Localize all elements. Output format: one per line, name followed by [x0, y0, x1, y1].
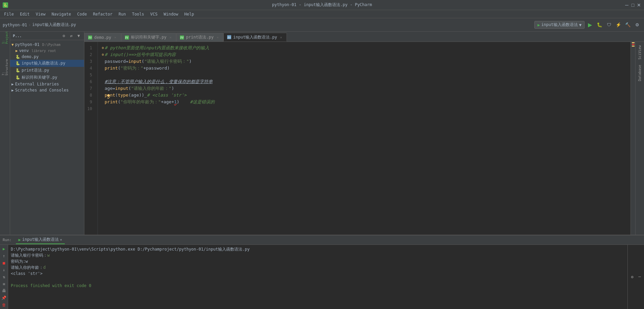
run-tab-close[interactable]: ✕	[60, 238, 62, 241]
sidebar-project-icon[interactable]: 1: Project	[1, 33, 9, 42]
gutter-6	[102, 78, 105, 85]
gutter-9	[102, 99, 105, 105]
folder-icon: ▼	[11, 43, 14, 47]
toolbar-left: pythyon-01 › input输入函数语法.py	[3, 22, 76, 28]
debug-button[interactable]: 🐛	[595, 21, 603, 29]
menu-help[interactable]: Help	[182, 11, 197, 17]
code-under-8: _	[144, 92, 147, 99]
tab-print[interactable]: py print语法.py ✕	[176, 33, 223, 42]
database-panel-icon[interactable]: Database	[637, 63, 642, 83]
code-line-6: #注意：不管用户输入的是什么，变量保存的都是字符串	[102, 78, 626, 85]
run-stop-button[interactable]: ■	[1, 260, 7, 266]
menu-view[interactable]: View	[33, 11, 48, 17]
menu-file[interactable]: File	[1, 11, 17, 17]
tree-item-identifier[interactable]: 🐍 标识符和关键字.py	[10, 74, 84, 81]
sidebar-structure-icon[interactable]: 7: Structure	[1, 63, 9, 72]
close-button[interactable]: ✕	[637, 3, 641, 7]
tab-identifier[interactable]: py 标识符和关键字.py ✕	[121, 33, 177, 42]
code-paren-9: (	[118, 99, 120, 105]
tree-label-scratches: Scratches and Consoles	[15, 88, 69, 93]
project-panel-sync[interactable]: ⇄	[69, 33, 74, 38]
tree-item-project[interactable]: ▼ pythyon-01 D:\Pycham	[10, 42, 84, 48]
tree-badge-venv: library root	[32, 49, 56, 53]
menu-refactor[interactable]: Refactor	[90, 11, 115, 17]
build-button[interactable]: 🔨	[624, 21, 632, 29]
run-configuration[interactable]: ▶ input输入函数语法 ▼	[534, 21, 585, 29]
run-pin-button[interactable]: 📌	[1, 295, 7, 301]
bottom-panel: Run: ▶ input输入函数语法 ✕ ▶ ↑ ■ ↓ ⇅ ≡ 🖶 📌 🗑	[0, 235, 644, 309]
line-numbers: 1 2 3 4 5 6 7 8 9 10	[84, 42, 98, 235]
tree-item-external-libs[interactable]: ▶ External Libraries	[10, 81, 84, 87]
sciview-panel-icon[interactable]: SciView	[637, 43, 642, 61]
tab-close-print[interactable]: ✕	[216, 35, 220, 40]
line-num-10: 10	[84, 105, 95, 112]
bottom-tab-run[interactable]: ▶ input输入函数语法 ✕	[16, 236, 65, 244]
output-line-2: 请输入银行卡密码：w	[11, 252, 625, 258]
menu-navigate[interactable]: Navigate	[49, 11, 74, 17]
menu-window[interactable]: Window	[161, 11, 181, 17]
coverage-button[interactable]: 🛡	[605, 21, 613, 29]
tree-label-input: input输入函数语法.py	[22, 60, 65, 66]
project-panel-settings[interactable]: ⚙	[61, 33, 66, 38]
code-var-password-4: password	[146, 65, 167, 72]
menu-edit[interactable]: Edit	[17, 11, 32, 17]
maximize-button[interactable]: □	[630, 3, 635, 7]
tab-input[interactable]: py input输入函数语法.py ✕	[223, 33, 287, 42]
panel-minimize-button[interactable]: ─	[637, 274, 643, 280]
menu-run[interactable]: Run	[116, 11, 129, 17]
terminal-output[interactable]: D:\Pychamproject\pythyon-01\venv\Scripts…	[8, 245, 627, 309]
tree-item-scratches[interactable]: ▶ Scratches and Consoles	[10, 87, 84, 93]
run-clear-button[interactable]: 🗑	[1, 302, 7, 308]
tab-close-input[interactable]: ✕	[279, 35, 283, 39]
project-panel: P... ⚙ ⇄ ▼ ▼ pythyon-01 D:\Pycham ▶ venv…	[10, 32, 84, 235]
toolbar: pythyon-01 › input输入函数语法.py ▶ input输入函数语…	[0, 18, 644, 32]
code-content[interactable]: ⚙ # python里面使用input内置函数来接收用户的输入 ⚙ # inpu…	[98, 42, 630, 235]
code-num-9: 1	[174, 99, 177, 105]
profile-button[interactable]: ⚡	[614, 21, 622, 29]
menu-tools[interactable]: Tools	[129, 11, 147, 17]
tree-item-print[interactable]: 🐍 print语法.py	[10, 67, 84, 74]
menu-code[interactable]: Code	[75, 11, 90, 17]
run-again-button[interactable]: ▶	[1, 246, 7, 252]
code-paren-3: (	[142, 58, 144, 65]
folder-icon-external: ▶	[11, 82, 14, 86]
code-editor[interactable]: 1 2 3 4 5 6 7 8 9 10 ⚙	[84, 42, 630, 235]
run-down-button[interactable]: ↓	[1, 267, 7, 273]
menu-vcs[interactable]: VCS	[147, 11, 160, 17]
run-wrap-button[interactable]: ⇅	[1, 274, 7, 280]
breadcrumb-file[interactable]: input输入函数语法.py	[32, 22, 76, 28]
tab-close-demo[interactable]: ✕	[113, 35, 117, 40]
run-print-button[interactable]: 🖶	[1, 288, 7, 294]
line-num-9: 9	[84, 99, 95, 105]
code-func-print-4: print	[105, 65, 118, 72]
tree-item-demo[interactable]: 🐍 demo.py	[10, 54, 84, 60]
minimize-button[interactable]: ─	[624, 3, 629, 7]
panel-settings-button[interactable]: ⚙	[629, 274, 635, 280]
tab-icon-input: py	[227, 35, 231, 39]
tab-close-identifier[interactable]: ✕	[168, 35, 172, 40]
code-paren-close-9: )	[177, 99, 180, 105]
title-bar: 🐍 pythyon-01 - input输入函数语法.py - PyCharm …	[0, 0, 644, 10]
tree-item-venv[interactable]: ▶ venv library root	[10, 48, 84, 54]
code-str-4: "密码为："	[120, 65, 143, 72]
project-panel-collapse[interactable]: ▼	[76, 33, 81, 38]
code-func-print-8: p	[105, 92, 107, 99]
project-panel-header: P... ⚙ ⇄ ▼	[10, 32, 84, 40]
code-line-5	[102, 72, 626, 78]
tab-label-print: print语法.py	[186, 34, 214, 40]
folder-icon-scratches: ▶	[11, 88, 14, 93]
breadcrumb-project[interactable]: pythyon-01	[3, 23, 27, 27]
run-filter-button[interactable]: ≡	[1, 281, 7, 287]
code-empty-5	[105, 72, 107, 78]
side-icon-bar: 1: Project 7: Structure	[0, 32, 10, 235]
tab-icon-print: py	[180, 35, 184, 40]
tree-item-input[interactable]: 🐍 input输入函数语法.py	[10, 60, 84, 67]
output-line-7: Process finished with exit code 0	[11, 283, 625, 289]
gutter-8	[102, 92, 105, 99]
tab-demo[interactable]: py demo.py ✕	[84, 33, 121, 42]
code-var-age-9: age	[163, 99, 171, 105]
gutter-2: ⚙	[102, 51, 105, 58]
run-up-button[interactable]: ↑	[1, 253, 7, 259]
run-button[interactable]: ▶	[586, 21, 594, 29]
settings-button[interactable]: ⚙	[633, 21, 641, 29]
